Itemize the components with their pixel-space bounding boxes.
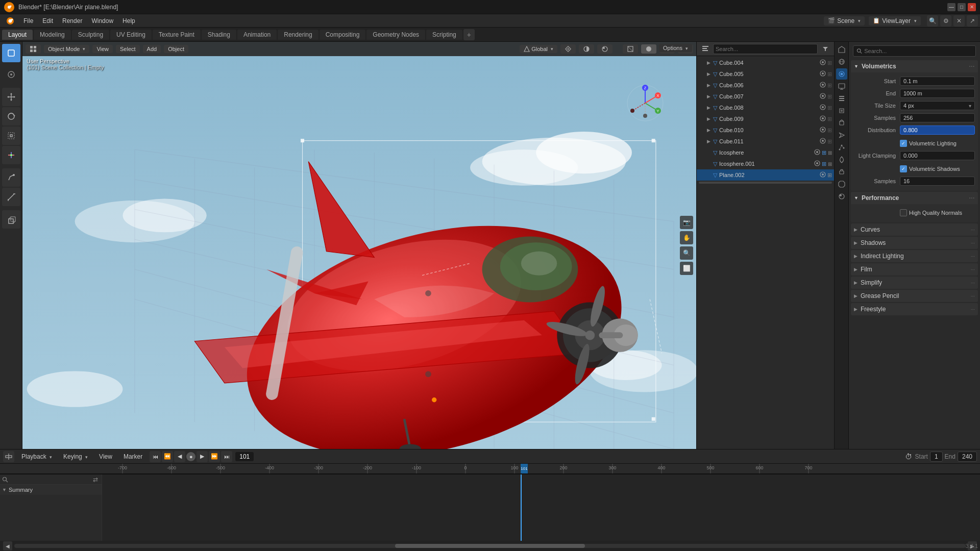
props-search-input[interactable] xyxy=(864,48,972,54)
solid-shading[interactable] xyxy=(641,44,656,54)
editor-type-button[interactable] xyxy=(26,44,41,54)
play-button[interactable]: ▶ xyxy=(197,451,208,462)
transform-space-button[interactable]: Global ▾ xyxy=(520,45,557,53)
samples-value[interactable]: 256 xyxy=(900,113,975,122)
add-menu[interactable]: Add xyxy=(143,45,161,53)
close-panel-btn[interactable]: ✕ xyxy=(953,15,965,27)
close-button[interactable]: ✕ xyxy=(968,3,976,11)
prop-material-icon[interactable] xyxy=(836,191,847,202)
indirect-lighting-section[interactable]: ▶ Indirect Lighting ··· xyxy=(851,250,978,262)
outliner-item[interactable]: ▶ ▽ Cube.010 ⊞ xyxy=(697,124,834,136)
tab-geometry-nodes[interactable]: Geometry Nodes xyxy=(366,30,425,40)
local-view-btn[interactable]: ⬜ xyxy=(680,262,693,275)
timeline-scroll-left[interactable]: ◀ xyxy=(3,541,12,550)
minimize-button[interactable]: — xyxy=(947,3,955,11)
outliner-item[interactable]: ▶ ▽ Cube.008 ⊞ xyxy=(697,102,834,113)
timeline-editor-icon[interactable] xyxy=(3,451,14,462)
object-mode-button[interactable]: Object Mode ▾ xyxy=(44,45,89,53)
prop-constraints-icon[interactable] xyxy=(836,166,847,178)
timeline-search-swap[interactable]: ⇄ xyxy=(91,475,100,484)
prop-particles-icon[interactable] xyxy=(836,142,847,153)
cursor-tool[interactable] xyxy=(2,44,20,62)
timeline-tracks[interactable] xyxy=(102,474,980,541)
settings-icon-btn[interactable]: ⚙ xyxy=(940,15,951,27)
end-frame-input[interactable]: 240 xyxy=(958,452,977,462)
menu-edit[interactable]: Edit xyxy=(38,16,57,26)
menu-help[interactable]: Help xyxy=(118,16,139,26)
prop-render-icon[interactable] xyxy=(836,68,847,80)
marker-menu[interactable]: Marker xyxy=(119,452,146,461)
outliner-item[interactable]: ▽ Icosphere ⊞ ⊞ xyxy=(697,147,834,158)
end-value[interactable]: 1000 m xyxy=(900,89,975,98)
distribution-value[interactable]: 0.800 xyxy=(900,126,975,135)
tab-texture-paint[interactable]: Texture Paint xyxy=(153,30,201,40)
timeline-ruler[interactable]: -700 -600 -500 -400 -300 -200 -100 0 xyxy=(0,464,980,474)
volumetric-shadows-toggle[interactable]: ✓ Volumetric Shadows xyxy=(900,165,960,172)
timeline-search-input[interactable] xyxy=(8,477,91,483)
tab-shading[interactable]: Shading xyxy=(202,30,236,40)
select-tool[interactable] xyxy=(2,65,20,84)
prop-world-icon[interactable] xyxy=(836,56,847,67)
annotate-tool[interactable] xyxy=(2,168,20,187)
tab-layout[interactable]: Layout xyxy=(2,30,33,40)
timeline-scrollbar[interactable] xyxy=(14,544,966,548)
hand-tool-btn[interactable]: ✋ xyxy=(680,231,693,244)
timeline-scrollbar-thumb[interactable] xyxy=(395,544,585,548)
viewport-options-button[interactable]: Options ▾ xyxy=(659,44,692,52)
step-back-button[interactable]: ⏪ xyxy=(162,451,173,462)
outliner-item[interactable]: ▶ ▽ Cube.006 ⊞ xyxy=(697,80,834,91)
camera-icon-btn[interactable]: 📷 xyxy=(680,216,693,229)
freestyle-section[interactable]: ▶ Freestyle ··· xyxy=(851,303,978,315)
prop-output-icon[interactable] xyxy=(836,81,847,92)
performance-header[interactable]: ▼ Performance ··· xyxy=(851,192,978,204)
menu-file[interactable]: File xyxy=(19,16,37,26)
volumetrics-header[interactable]: ▼ Volumetrics ··· xyxy=(851,60,978,72)
wireframe-shading[interactable] xyxy=(623,44,638,54)
tab-uv-editing[interactable]: UV Editing xyxy=(110,30,152,40)
tab-rendering[interactable]: Rendering xyxy=(278,30,318,40)
outliner-item[interactable]: ▽ Icosphere.001 ⊞ ⊞ xyxy=(697,158,834,169)
outliner-item[interactable]: ▶ ▽ Cube.009 ⊞ xyxy=(697,113,834,124)
summary-row[interactable]: ▼ Summary xyxy=(0,485,102,495)
outliner-editor-icon[interactable] xyxy=(700,43,711,55)
zoom-btn[interactable]: 🔍 xyxy=(680,246,693,260)
overlay-button[interactable] xyxy=(579,44,594,54)
step-forward-button[interactable]: ⏩ xyxy=(209,451,220,462)
tab-animation[interactable]: Animation xyxy=(237,30,277,40)
tab-compositing[interactable]: Compositing xyxy=(320,30,366,40)
object-menu[interactable]: Object xyxy=(164,45,188,53)
outliner-item[interactable]: ▶ ▽ Cube.007 ⊞ xyxy=(697,91,834,102)
measure-tool[interactable] xyxy=(2,188,20,206)
prop-object-icon[interactable] xyxy=(836,117,847,129)
viewport-gizmo[interactable]: Z X Y xyxy=(625,83,666,123)
outliner-filter-button[interactable] xyxy=(820,43,831,55)
light-clamping-value[interactable]: 0.000 xyxy=(900,151,975,160)
outliner-item-selected[interactable]: ▽ Plane.002 ⊞ xyxy=(697,169,834,181)
prop-data-icon[interactable] xyxy=(836,179,847,190)
jump-to-end-button[interactable]: ⏭ xyxy=(221,451,232,462)
prop-scene-icon[interactable] xyxy=(836,44,847,55)
start-value[interactable]: 0.1 m xyxy=(900,77,975,86)
outliner-search-input[interactable] xyxy=(713,44,818,54)
tab-modeling[interactable]: Modeling xyxy=(34,30,71,40)
playback-menu[interactable]: Playback ▾ xyxy=(17,452,56,461)
curves-section[interactable]: ▶ Curves ··· xyxy=(851,223,978,236)
viewport-3d[interactable]: Object Mode ▾ View Select Add Object Glo… xyxy=(22,42,696,449)
prop-physics-icon[interactable] xyxy=(836,154,847,165)
jump-to-start-button[interactable]: ⏮ xyxy=(150,451,161,462)
move-tool[interactable] xyxy=(2,88,20,106)
tile-size-value[interactable]: 4 px ▾ xyxy=(900,101,975,110)
search-icon-btn[interactable]: 🔍 xyxy=(927,15,938,27)
shadow-samples-value[interactable]: 16 xyxy=(900,177,975,186)
outliner-item[interactable]: ▶ ▽ Cube.005 ⊞ xyxy=(697,68,834,80)
play-reverse-button[interactable]: ◀ xyxy=(174,451,185,462)
film-section[interactable]: ▶ Film ··· xyxy=(851,263,978,276)
volumetric-lighting-toggle[interactable]: ✓ Volumetric Lighting xyxy=(900,140,957,147)
snap-button[interactable] xyxy=(560,44,576,54)
view-menu[interactable]: View xyxy=(92,45,113,53)
scene-selector[interactable]: 🎬 Scene ▾ xyxy=(824,16,865,26)
viewlayer-selector[interactable]: 📋 ViewLayer ▾ xyxy=(869,16,921,26)
prop-view-layer-icon[interactable] xyxy=(836,93,847,104)
menu-render[interactable]: Render xyxy=(58,16,86,26)
shadows-section[interactable]: ▶ Shadows ··· xyxy=(851,237,978,249)
